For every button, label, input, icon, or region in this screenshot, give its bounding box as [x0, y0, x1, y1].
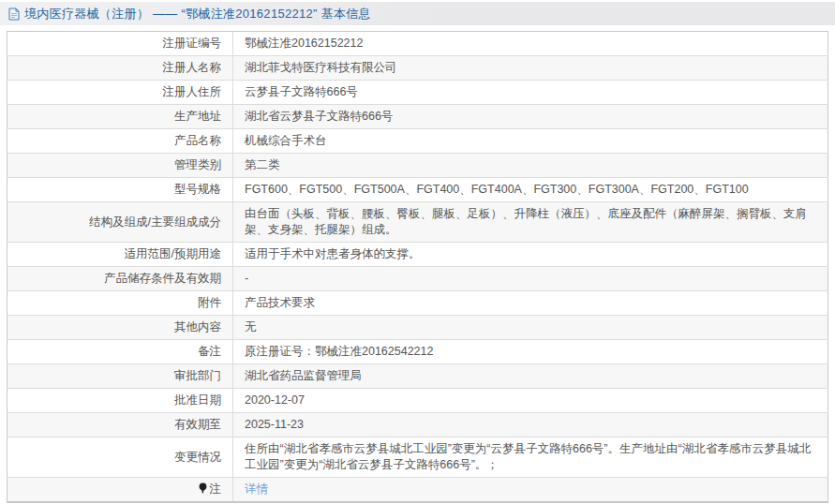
row-value: 机械综合手术台	[233, 129, 828, 154]
row-value: 住所由“湖北省孝感市云梦县城北工业园”变更为“云梦县子文路特666号”。生产地址…	[233, 437, 828, 478]
row-value: 详情	[233, 478, 828, 503]
row-value: 湖北省云梦县子文路特666号	[233, 105, 828, 129]
table-row: 适用范围/预期用途适用于手术中对患者身体的支撑。	[7, 243, 828, 267]
details-link[interactable]: 详情	[245, 482, 268, 496]
row-label: 注	[7, 478, 233, 503]
row-value: -	[233, 267, 828, 291]
row-value: 2020-12-07	[233, 389, 828, 413]
row-label: 产品名称	[7, 129, 233, 154]
row-value: 由台面（头板、背板、腰板、臀板、腿板、足板）、升降柱（液压）、底座及配件（麻醉屏…	[233, 202, 828, 243]
row-label: 变更情况	[7, 437, 233, 478]
table-row: 备注原注册证号：鄂械注准20162542212	[7, 340, 828, 364]
row-value: 第二类	[233, 154, 828, 178]
table-row: 生产地址湖北省云梦县子文路特666号	[7, 105, 828, 129]
table-row: 其他内容无	[7, 316, 828, 340]
row-label: 注册证编号	[7, 32, 233, 56]
row-label: 适用范围/预期用途	[7, 243, 233, 267]
registration-info-table: 注册证编号鄂械注准20162152212注册人名称湖北菲戈特医疗科技有限公司注册…	[7, 31, 828, 503]
table-row: 附件产品技术要求	[7, 291, 828, 316]
table-row: 变更情况住所由“湖北省孝感市云梦县城北工业园”变更为“云梦县子文路特666号”。…	[7, 437, 828, 478]
row-value: 湖北菲戈特医疗科技有限公司	[233, 56, 828, 81]
document-icon	[8, 7, 20, 21]
table-row: 产品名称机械综合手术台	[7, 129, 828, 154]
table-row: 注册人住所云梦县子文路特666号	[7, 81, 828, 105]
row-label: 管理类别	[7, 154, 233, 178]
row-label: 注册人名称	[7, 56, 233, 81]
table-row: 有效期至2025-11-23	[7, 413, 828, 437]
row-value: 湖北省药品监督管理局	[233, 364, 828, 389]
table-row: 管理类别第二类	[7, 154, 828, 178]
row-label: 注册人住所	[7, 81, 233, 105]
row-label: 产品储存条件及有效期	[7, 267, 233, 291]
pin-icon	[198, 482, 208, 495]
table-row: 产品储存条件及有效期-	[7, 267, 828, 291]
row-value: 2025-11-23	[233, 413, 828, 437]
row-label: 有效期至	[7, 413, 233, 437]
table-row: 注册证编号鄂械注准20162152212	[7, 32, 828, 56]
row-label: 型号规格	[7, 178, 233, 202]
table-row: 结构及组成/主要组成成分由台面（头板、背板、腰板、臀板、腿板、足板）、升降柱（液…	[7, 202, 828, 243]
table-row: 型号规格FGT600、FGT500、FGT500A、FGT400、FGT400A…	[7, 178, 828, 202]
row-label-text: 注	[210, 482, 222, 496]
row-value: 云梦县子文路特666号	[233, 81, 828, 105]
row-value: 产品技术要求	[233, 291, 828, 316]
row-value: 无	[233, 316, 828, 340]
row-label: 其他内容	[7, 316, 233, 340]
table-row: 批准日期2020-12-07	[7, 389, 828, 413]
table-row: 注详情	[7, 478, 828, 503]
registration-table-body: 注册证编号鄂械注准20162152212注册人名称湖北菲戈特医疗科技有限公司注册…	[7, 32, 828, 503]
row-label: 批准日期	[7, 389, 233, 413]
row-value: FGT600、FGT500、FGT500A、FGT400、FGT400A、FGT…	[233, 178, 828, 202]
row-label: 审批部门	[7, 364, 233, 389]
row-value: 鄂械注准20162152212	[233, 32, 828, 56]
page-header: 境内医疗器械（注册） —— “鄂械注准20162152212” 基本信息	[0, 2, 835, 25]
row-value: 适用于手术中对患者身体的支撑。	[233, 243, 828, 267]
row-label: 生产地址	[7, 105, 233, 129]
page-title: 境内医疗器械（注册） —— “鄂械注准20162152212” 基本信息	[24, 6, 371, 22]
row-label: 结构及组成/主要组成成分	[7, 202, 233, 243]
table-row: 注册人名称湖北菲戈特医疗科技有限公司	[7, 56, 828, 81]
row-label: 备注	[7, 340, 233, 364]
table-row: 审批部门湖北省药品监督管理局	[7, 364, 828, 389]
row-label: 附件	[7, 291, 233, 316]
row-value: 原注册证号：鄂械注准20162542212	[233, 340, 828, 364]
